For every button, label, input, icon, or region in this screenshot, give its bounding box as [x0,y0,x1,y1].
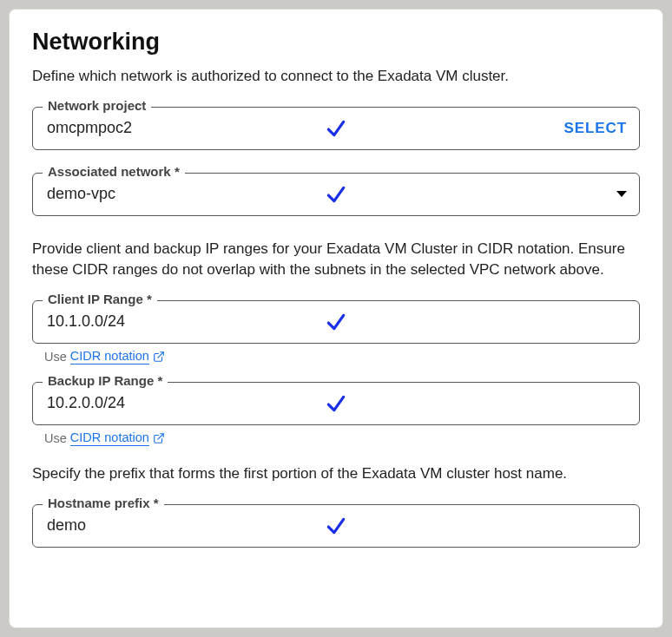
client-ip-hint: Use CIDR notation [44,349,640,364]
check-icon [325,116,347,141]
associated-network-label: Associated network * [43,164,185,179]
client-ip-label: Client IP Range * [43,292,157,306]
associated-network-field: Associated network * [32,173,640,216]
associated-network-box[interactable] [32,173,640,216]
check-icon [325,310,347,334]
backup-ip-field: Backup IP Range * Use CIDR notation [32,382,640,446]
hostname-prefix-field: Hostname prefix * [32,504,640,548]
hostname-intro: Specify the prefix that forms the first … [32,463,640,485]
ip-ranges-intro: Provide client and backup IP ranges for … [32,239,640,281]
client-ip-field: Client IP Range * Use CIDR notation [32,300,640,364]
external-link-icon [153,432,165,444]
cidr-notation-link[interactable]: CIDR notation [70,430,149,446]
network-project-box[interactable]: SELECT [32,107,640,150]
network-project-label: Network project [43,98,151,113]
svg-line-1 [158,434,163,439]
section-title: Networking [32,29,640,56]
select-button[interactable]: SELECT [564,120,627,137]
hint-prefix: Use [44,431,67,445]
section-intro: Define which network is authorized to co… [32,66,640,88]
backup-ip-label: Backup IP Range * [43,373,168,388]
external-link-icon [153,351,165,363]
chevron-down-icon[interactable] [616,191,627,197]
hostname-prefix-label: Hostname prefix * [43,496,164,510]
svg-line-0 [158,352,163,358]
networking-card: Networking Define which network is autho… [9,9,663,628]
hostname-prefix-input[interactable] [45,516,254,535]
network-project-field: Network project SELECT [32,107,640,150]
backup-ip-input[interactable] [45,393,254,413]
page-frame: Networking Define which network is autho… [0,0,672,637]
check-icon [325,391,347,416]
backup-ip-box[interactable] [32,382,640,425]
cidr-notation-link[interactable]: CIDR notation [70,349,149,364]
client-ip-input[interactable] [45,312,254,332]
backup-ip-hint: Use CIDR notation [44,430,640,446]
check-icon [325,182,347,207]
hint-prefix: Use [44,350,67,364]
client-ip-box[interactable] [32,300,640,344]
network-project-input[interactable] [45,118,254,138]
associated-network-input[interactable] [45,184,254,204]
check-icon [325,514,347,538]
hostname-prefix-box[interactable] [32,504,640,548]
